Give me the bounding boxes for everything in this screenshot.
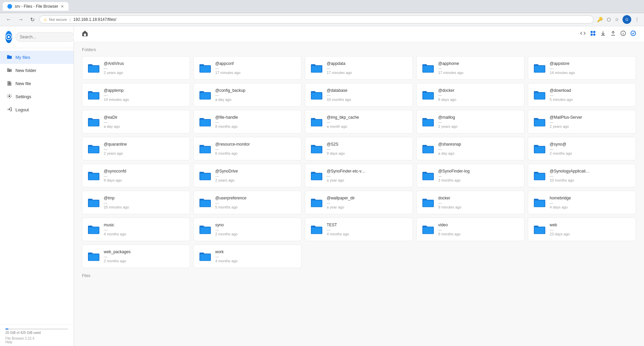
folder-card[interactable]: @eaDir — a day ago	[82, 110, 190, 133]
folder-card[interactable]: @syno@ — 2 months ago	[528, 137, 636, 160]
check-icon[interactable]	[631, 31, 636, 37]
folder-icon	[534, 62, 546, 74]
code-icon[interactable]	[580, 31, 586, 37]
folder-card[interactable]: homebridge — 4 days ago	[528, 191, 636, 214]
folder-card[interactable]: @img_bkp_cache — a month ago	[305, 110, 413, 133]
folder-dash: —	[104, 66, 124, 70]
back-button[interactable]: ←	[4, 16, 13, 23]
folder-info: @config_backup — a day ago	[215, 88, 245, 102]
folder-info: @userpreference — 5 months ago	[215, 196, 246, 209]
folder-dash: —	[104, 120, 120, 124]
logout-label: Logout	[15, 107, 29, 112]
reload-button[interactable]: ↻	[28, 16, 37, 24]
folder-card[interactable]: @appstore — 14 minutes ago	[528, 56, 636, 80]
folder-icon	[311, 116, 323, 128]
address-bar[interactable]: ⚠ Not secure | 192.168.1.18:8147/files/	[39, 15, 594, 24]
folder-name: docker	[438, 196, 461, 200]
bookmark-icon[interactable]: ☆	[614, 16, 620, 23]
info-icon[interactable]	[620, 31, 626, 37]
folder-icon	[534, 223, 546, 235]
folder-card[interactable]: @userpreference — 5 months ago	[193, 191, 302, 214]
folder-dash: —	[215, 174, 238, 178]
folder-card[interactable]: @wallpaper_dir — a year ago	[305, 191, 413, 214]
folder-card[interactable]: @config_backup — a day ago	[193, 83, 302, 107]
download-icon[interactable]	[600, 31, 606, 37]
folder-dash: —	[104, 255, 131, 259]
folder-card[interactable]: video — 8 months ago	[416, 218, 524, 241]
active-tab[interactable]: srv - Files - File Browser ✕	[3, 2, 68, 11]
folder-info: video — 8 months ago	[438, 223, 461, 236]
folder-info: @synoconfd — 9 days ago	[104, 169, 126, 182]
folder-card[interactable]: @maillog — 2 years ago	[416, 110, 524, 133]
settings-label: Settings	[15, 94, 31, 99]
folder-card[interactable]: docker — 9 minutes ago	[416, 191, 524, 214]
folder-info: music — 4 months ago	[104, 223, 126, 236]
folder-card[interactable]: music — 4 months ago	[82, 218, 190, 241]
folder-icon	[422, 223, 434, 235]
folder-date: 14 minutes ago	[550, 71, 575, 75]
folder-card[interactable]: @sharesnap — a day ago	[416, 137, 524, 160]
folder-info: @AntiVirus — 2 years ago	[104, 61, 124, 75]
folder-dash: —	[438, 93, 456, 97]
folder-card[interactable]: @resource-monitor — 6 months ago	[193, 137, 302, 160]
app-logo	[5, 31, 12, 43]
folder-info: @tmp — 25 minutes ago	[104, 196, 129, 209]
folder-dash: —	[438, 66, 463, 70]
folder-icon	[88, 62, 100, 74]
folder-dash: —	[327, 174, 367, 178]
sidebar-item-logout[interactable]: Logout	[0, 103, 74, 116]
profile-avatar[interactable]: G	[623, 15, 631, 24]
folder-card[interactable]: @download — 5 minutes ago	[528, 83, 636, 107]
folder-card[interactable]: @SynologyApplicationSe... — 10 months ag…	[528, 164, 636, 187]
folder-card[interactable]: syno — 2 months ago	[193, 218, 302, 241]
folder-card[interactable]: web — 23 days ago	[528, 218, 636, 241]
folder-dash: —	[327, 201, 355, 205]
grid-icon[interactable]	[590, 31, 596, 37]
folder-card[interactable]: @file-handle — 8 months ago	[193, 110, 302, 133]
folder-card[interactable]: @apptemp — 14 minutes ago	[82, 83, 190, 107]
folder-info: web_packages — 2 months ago	[104, 249, 131, 263]
key-icon[interactable]: 🔑	[596, 16, 603, 23]
folder-card[interactable]: @S2S — 9 days ago	[305, 137, 413, 160]
folder-card[interactable]: @database — 10 months ago	[305, 83, 413, 107]
folder-card[interactable]: @synoconfd — 9 days ago	[82, 164, 190, 187]
sidebar-item-new-folder[interactable]: New folder	[0, 64, 74, 77]
folder-card[interactable]: web_packages — 2 months ago	[82, 244, 190, 268]
menu-icon[interactable]: ⋮	[634, 16, 640, 23]
folder-card[interactable]: @appconf — 17 minutes ago	[193, 56, 302, 80]
storage-bar-fill	[5, 329, 8, 330]
sidebar-nav: My files New folder	[0, 48, 74, 324]
folder-card[interactable]: @docker — 9 days ago	[416, 83, 524, 107]
folder-name: @sharesnap	[438, 142, 461, 147]
folder-card[interactable]: @MailPlus-Server — 2 years ago	[528, 110, 636, 133]
folder-icon	[199, 169, 211, 182]
share-icon[interactable]: ⬡	[606, 16, 611, 23]
folder-icon	[199, 89, 211, 101]
folder-card[interactable]: @AntiVirus — 2 years ago	[82, 56, 190, 80]
folder-card[interactable]: @tmp — 25 minutes ago	[82, 191, 190, 214]
folder-date: 10 months ago	[550, 178, 590, 182]
folder-card[interactable]: @SynoFinder-log — 3 months ago	[416, 164, 524, 187]
folder-date: 4 months ago	[215, 259, 238, 263]
folder-name: homebridge	[550, 196, 571, 200]
folder-card[interactable]: @apphome — 17 minutes ago	[416, 56, 524, 80]
folder-info: @appstore — 14 minutes ago	[550, 61, 575, 75]
folder-card[interactable]: @SynoDrive — 2 years ago	[193, 164, 302, 187]
folder-card[interactable]: @appdata — 17 minutes ago	[305, 56, 413, 80]
search-input[interactable]	[15, 32, 75, 42]
upload-icon[interactable]	[610, 31, 616, 37]
close-tab-button[interactable]: ✕	[61, 4, 64, 9]
sidebar-item-new-file[interactable]: New file	[0, 77, 74, 90]
main-content: Folders @AntiVirus — 2 years ago	[74, 26, 644, 346]
home-icon[interactable]	[82, 30, 88, 38]
folder-card[interactable]: @quarantine — 2 years ago	[82, 137, 190, 160]
folder-dash: —	[550, 93, 573, 97]
forward-button[interactable]: →	[16, 16, 26, 23]
folder-date: 3 months ago	[438, 178, 470, 182]
folder-card[interactable]: work — 4 months ago	[193, 244, 302, 268]
folder-card[interactable]: TEST — 4 months ago	[305, 218, 413, 241]
sidebar-item-settings[interactable]: Settings	[0, 90, 74, 103]
sidebar-item-my-files[interactable]: My files	[0, 51, 74, 64]
folder-name: @eaDir	[104, 115, 120, 120]
folder-card[interactable]: @SynoFinder-etc-volume — a year ago	[305, 164, 413, 187]
